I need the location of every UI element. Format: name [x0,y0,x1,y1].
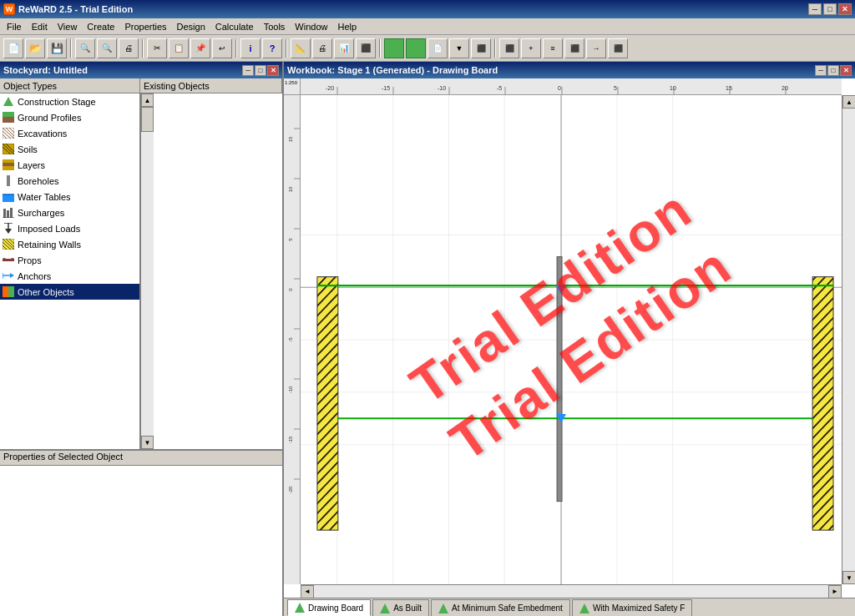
scroll-down[interactable]: ▼ [141,436,154,449]
scroll-thumb[interactable] [141,107,154,132]
menu-edit[interactable]: Edit [27,20,53,33]
svg-rect-14 [3,163,14,166]
toolbar-print[interactable]: 🖨 [119,38,139,58]
toolbar-tool4[interactable]: ⬛ [499,38,519,58]
list-item-retaining[interactable]: Retaining Walls [0,236,139,252]
stockyard-minimize[interactable]: ─ [242,65,254,76]
h-scrollbar[interactable]: ◄ ► [301,584,842,598]
menu-tools[interactable]: Tools [259,20,291,33]
svg-rect-91 [812,277,833,530]
minimize-button[interactable]: ─ [808,3,822,15]
v-scrollbar[interactable]: ▲ ▼ [842,95,855,584]
v-scroll-track[interactable] [842,109,855,571]
list-label-other: Other Objects [18,287,74,297]
toolbar-tool3[interactable]: ⬛ [471,38,491,58]
toolbar-open[interactable]: 📂 [25,38,45,58]
toolbar-draw2[interactable]: 🖨 [312,38,332,58]
svg-text:0: 0 [288,288,293,291]
svg-marker-0 [3,97,13,106]
menu-calculate[interactable]: Calculate [210,20,259,33]
menu-view[interactable]: View [53,20,83,33]
menu-properties[interactable]: Properties [119,20,171,33]
toolbar-cut[interactable]: ✂ [147,38,167,58]
toolbar-tool5[interactable]: + [521,38,541,58]
h-scroll-left[interactable]: ◄ [301,585,314,598]
toolbar-paste[interactable]: 📌 [190,38,210,58]
menu-window[interactable]: Window [290,20,332,33]
toolbar-tool2[interactable]: ▼ [449,38,469,58]
v-scroll-up[interactable]: ▲ [842,95,855,109]
toolbar-tool7[interactable]: ⬛ [564,38,584,58]
svg-marker-24 [5,229,12,234]
close-button[interactable]: ✕ [838,3,852,15]
toolbar-sep6 [494,39,496,58]
tab-drawing-board[interactable]: Drawing Board [287,599,371,616]
menu-create[interactable]: Create [82,20,119,33]
scroll-track[interactable] [141,107,154,436]
toolbar-zoom-out[interactable]: 🔍 [97,38,117,58]
toolbar-new[interactable]: 📄 [3,38,23,58]
toolbar-copy[interactable]: 📋 [169,38,189,58]
h-scroll-track[interactable] [314,585,828,598]
list-item-construction[interactable]: Construction Stage [0,93,139,109]
toolbar-tool6[interactable]: ≡ [543,38,563,58]
maximize-button[interactable]: □ [823,3,837,15]
svg-rect-16 [7,175,10,186]
list-item-other[interactable]: Other Objects [0,284,139,300]
list-item-props[interactable]: Props [0,252,139,268]
toolbar-draw1[interactable]: 📐 [291,38,311,58]
tab-asbuilt-label: As Built [393,603,422,613]
list-item-boreholes[interactable]: Boreholes [0,173,139,189]
toolbar-green1[interactable] [384,38,404,58]
toolbar-tool1[interactable]: 📄 [428,38,448,58]
svg-text:5: 5 [288,238,293,241]
workbook-title: Workbook: Stage 1 (Generated) - Drawing … [287,65,498,75]
workbook-close[interactable]: ✕ [840,65,852,76]
toolbar-draw3[interactable]: 📊 [334,38,354,58]
excavations-icon [2,128,15,139]
toolbar-undo[interactable]: ↩ [212,38,232,58]
svg-rect-17 [3,194,14,202]
construction-icon [2,96,15,108]
tab-min-safe[interactable]: At Minimum Safe Embedment [431,599,570,616]
list-item-soils[interactable]: Soils [0,141,139,157]
toolbar-tool9[interactable]: ⬛ [608,38,628,58]
menu-design[interactable]: Design [172,20,210,33]
list-item-excavations[interactable]: Excavations [0,125,139,141]
list-item-layers[interactable]: Layers [0,157,139,173]
tab-maximized[interactable]: With Maximized Safety F [572,599,693,616]
soils-icon [2,144,15,155]
workbook-maximize[interactable]: □ [827,65,839,76]
menu-help[interactable]: Help [332,20,362,33]
toolbar-sep1 [70,39,72,58]
list-scrollbar[interactable]: ▲ ▼ [140,93,154,449]
list-item-ground[interactable]: Ground Profiles [0,109,139,125]
list-item-imposed[interactable]: Imposed Loads [0,220,139,236]
svg-text:-5: -5 [497,85,502,91]
list-item-surcharges[interactable]: Surcharges [0,204,139,220]
tab-as-built[interactable]: As Built [372,599,429,616]
list-item-water[interactable]: Water Tables [0,189,139,204]
svg-marker-36 [10,273,14,278]
stockyard-close[interactable]: ✕ [267,65,279,76]
tab-minsafe-icon [438,603,448,613]
column-headers: Object Types Existing Objects [0,78,282,93]
list-label-water: Water Tables [18,192,71,202]
workbook-title-bar: Workbook: Stage 1 (Generated) - Drawing … [284,62,855,78]
menu-file[interactable]: File [2,20,27,33]
list-label-soils: Soils [18,144,38,154]
toolbar-draw4[interactable]: ⬛ [356,38,376,58]
list-item-anchors[interactable]: Anchors [0,268,139,284]
toolbar-save[interactable]: 💾 [47,38,67,58]
toolbar-tool8[interactable]: → [586,38,606,58]
toolbar-zoom-in[interactable]: 🔍 [75,38,95,58]
toolbar-info[interactable]: i [240,38,261,58]
workbook-minimize[interactable]: ─ [815,65,827,76]
toolbar-green2[interactable] [406,38,426,58]
toolbar-help[interactable]: ? [262,38,282,58]
stockyard-maximize[interactable]: □ [255,65,266,76]
svg-rect-1 [3,116,14,123]
scroll-up[interactable]: ▲ [141,93,154,107]
h-scroll-right[interactable]: ► [828,585,842,598]
v-scroll-down[interactable]: ▼ [842,571,855,584]
